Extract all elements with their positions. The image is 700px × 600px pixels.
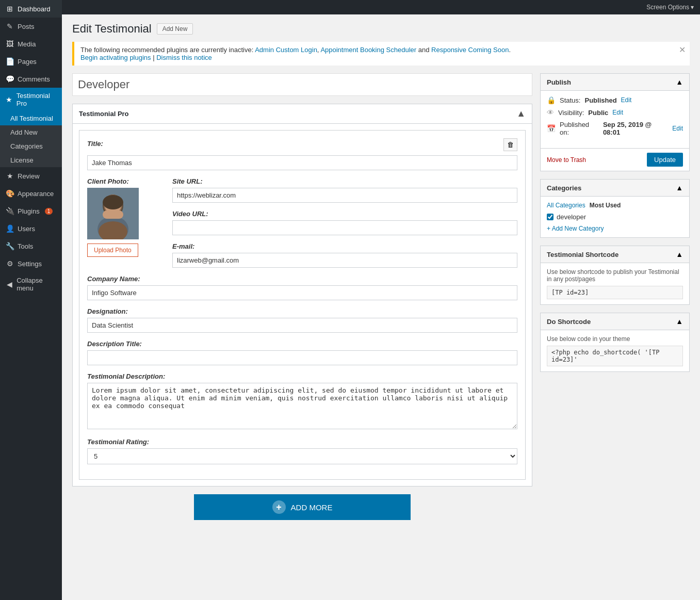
post-title-input[interactable] xyxy=(72,73,532,96)
status-value: Published xyxy=(584,96,616,104)
move-to-trash-link[interactable]: Move to Trash xyxy=(547,156,586,164)
sidebar-item-testimonial-pro[interactable]: ★ Testimonial Pro xyxy=(0,88,62,111)
screen-options-button[interactable]: Screen Options ▾ xyxy=(646,4,694,11)
client-photo-label: Client Photo: xyxy=(87,177,165,185)
status-edit-link[interactable]: Edit xyxy=(621,96,632,104)
sidebar-label-comments: Comments xyxy=(18,75,50,83)
add-new-button[interactable]: Add New xyxy=(157,23,193,35)
notice-plugin3-link[interactable]: Responsive Coming Soon xyxy=(431,46,509,54)
add-more-bar: + ADD MORE xyxy=(72,494,532,520)
publish-toggle-button[interactable]: ▲ xyxy=(676,78,683,86)
client-photo-col: Client Photo: xyxy=(87,177,165,275)
site-url-input[interactable] xyxy=(172,188,517,203)
do-shortcode-code[interactable]: <?php echo do_shortcode( '[TP id=23]' xyxy=(547,346,683,366)
notice-activate-link[interactable]: Begin activating plugins xyxy=(80,54,151,61)
sidebar-item-all-testimonial[interactable]: All Testimonial xyxy=(0,111,62,125)
review-icon: ★ xyxy=(5,171,14,181)
status-icon: 🔒 xyxy=(547,96,556,104)
sidebar-label-posts: Posts xyxy=(18,23,35,30)
upload-photo-button[interactable]: Upload Photo xyxy=(87,244,138,257)
add-new-category-link[interactable]: + Add New Category xyxy=(547,225,683,232)
sidebar-item-license[interactable]: License xyxy=(0,153,62,167)
sidebar-label-testimonial-pro: Testimonial Pro xyxy=(17,92,57,107)
published-value: Sep 25, 2019 @ 08:01 xyxy=(603,121,668,136)
testimonial-shortcode-code[interactable]: [TP id=23] xyxy=(547,286,683,299)
media-icon: 🖼 xyxy=(5,39,14,48)
metabox-toggle-button[interactable]: ▲ xyxy=(516,108,526,119)
testimonial-description-label: Testimonial Description: xyxy=(87,372,517,380)
title-field-row: Title: 🗑 xyxy=(87,138,517,170)
notice-text-before: The following recommended plugins are cu… xyxy=(80,46,253,54)
publish-title: Publish xyxy=(547,78,571,86)
url-email-col: Site URL: Video URL: E-mail: xyxy=(172,177,517,275)
most-used-tab[interactable]: Most Used xyxy=(590,202,621,209)
all-categories-tab[interactable]: All Categories xyxy=(547,202,585,209)
sidebar-label-users: Users xyxy=(18,225,35,233)
sidebar-item-categories[interactable]: Categories xyxy=(0,139,62,153)
notice-close-button[interactable]: ✕ xyxy=(679,46,686,54)
notice-plugin2-link[interactable]: Appointment Booking Scheduler xyxy=(320,46,416,54)
page-header: Edit Testimonial Add New xyxy=(72,22,690,36)
published-label: Published on: xyxy=(560,121,599,136)
notice-dismiss-link[interactable]: Dismiss this notice xyxy=(156,54,212,61)
testimonial-description-textarea[interactable]: Lorem ipsum dolor sit amet, consectetur … xyxy=(87,383,517,429)
do-shortcode-toggle[interactable]: ▲ xyxy=(676,317,683,326)
rating-select[interactable]: 5 4 3 2 1 xyxy=(87,448,517,464)
testimonial-shortcode-toggle[interactable]: ▲ xyxy=(676,250,683,258)
sidebar-item-media[interactable]: 🖼 Media xyxy=(0,35,62,53)
sidebar-item-add-new[interactable]: Add New xyxy=(0,125,62,139)
title-label: Title: xyxy=(87,140,103,148)
sidebar-item-posts[interactable]: ✎ Posts xyxy=(0,18,62,35)
sidebar-item-settings[interactable]: ⚙ Settings xyxy=(0,255,62,272)
do-shortcode-title: Do Shortcode xyxy=(547,318,591,326)
metabox-title: Testimonial Pro xyxy=(79,110,129,118)
testimonial-shortcode-box: Testimonial Shortcode ▲ Use below shortc… xyxy=(540,246,690,305)
video-url-label: Video URL: xyxy=(172,210,517,218)
sidebar-item-collapse[interactable]: ◀ Collapse menu xyxy=(0,272,62,296)
posts-icon: ✎ xyxy=(5,22,14,31)
add-more-label: ADD MORE xyxy=(291,503,333,512)
testimonial-description-row: Testimonial Description: Lorem ipsum dol… xyxy=(87,372,517,431)
testimonial-shortcode-header: Testimonial Shortcode ▲ xyxy=(541,246,689,263)
metabox-header[interactable]: Testimonial Pro ▲ xyxy=(73,104,532,124)
categories-header: Categories ▲ xyxy=(541,180,689,197)
published-edit-link[interactable]: Edit xyxy=(672,125,683,132)
video-url-input[interactable] xyxy=(172,220,517,235)
sidebar-item-review[interactable]: ★ Review xyxy=(0,167,62,185)
sidebar-item-dashboard[interactable]: ⊞ Dashboard xyxy=(0,0,62,18)
sidebar: ⊞ Dashboard ✎ Posts 🖼 Media 📄 Pages 💬 Co… xyxy=(0,0,62,600)
title-input[interactable] xyxy=(87,155,517,170)
trash-icon-button[interactable]: 🗑 xyxy=(503,138,517,151)
site-url-label: Site URL: xyxy=(172,177,517,185)
svg-point-5 xyxy=(103,195,123,209)
categories-box: Categories ▲ All Categories Most Used de… xyxy=(540,179,690,238)
categories-toggle-button[interactable]: ▲ xyxy=(676,184,683,192)
trash-icon: 🗑 xyxy=(507,141,514,149)
description-title-input[interactable] xyxy=(87,350,517,365)
dashboard-icon: ⊞ xyxy=(5,4,14,13)
site-url-row: Site URL: xyxy=(172,177,517,203)
sidebar-item-pages[interactable]: 📄 Pages xyxy=(0,53,62,70)
photo-placeholder xyxy=(87,188,139,239)
company-name-input[interactable] xyxy=(87,285,517,300)
content-area: Edit Testimonial Add New The following r… xyxy=(62,14,700,600)
visibility-edit-link[interactable]: Edit xyxy=(612,109,623,116)
testimonial-shortcode-description: Use below shortcode to publish your Test… xyxy=(547,268,683,283)
sidebar-item-appearance[interactable]: 🎨 Appearance xyxy=(0,185,62,202)
sidebar-label-settings: Settings xyxy=(18,260,42,268)
sidebar-item-users[interactable]: 👤 Users xyxy=(0,220,62,237)
avatar-svg xyxy=(87,188,139,239)
designation-input[interactable] xyxy=(87,318,517,333)
sidebar-item-tools[interactable]: 🔧 Tools xyxy=(0,237,62,255)
sidebar-item-comments[interactable]: 💬 Comments xyxy=(0,70,62,88)
category-checkbox-developer[interactable] xyxy=(547,214,554,220)
email-input[interactable] xyxy=(172,253,517,268)
publish-header: Publish ▲ xyxy=(541,74,689,91)
add-more-button[interactable]: + ADD MORE xyxy=(194,494,411,520)
inactive-plugins-notice: The following recommended plugins are cu… xyxy=(72,42,690,66)
plus-circle-icon: + xyxy=(272,500,286,514)
notice-plugin1-link[interactable]: Admin Custom Login xyxy=(255,46,317,54)
update-button[interactable]: Update xyxy=(647,153,683,167)
sidebar-item-plugins[interactable]: 🔌 Plugins 1 xyxy=(0,202,62,220)
category-item-developer: developer xyxy=(547,213,683,221)
